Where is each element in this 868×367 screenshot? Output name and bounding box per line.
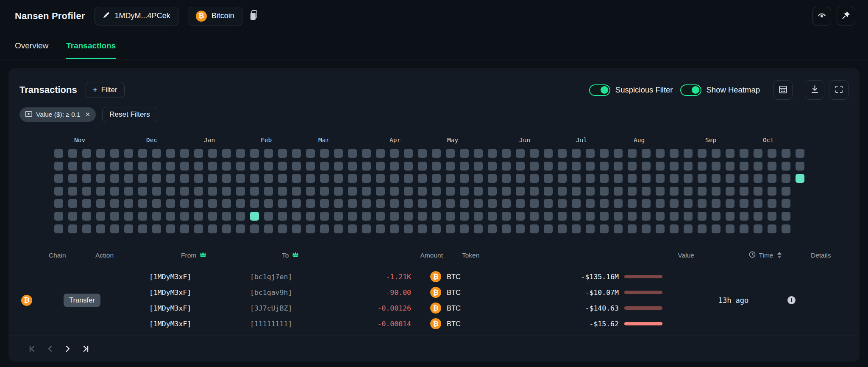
heatmap-cell[interactable]	[432, 174, 441, 183]
heatmap-cell[interactable]	[446, 212, 455, 221]
heatmap-cell[interactable]	[138, 199, 147, 208]
heatmap-cell[interactable]	[698, 174, 707, 183]
heatmap-cell[interactable]	[222, 212, 231, 221]
heatmap-cell[interactable]	[166, 149, 175, 158]
date-range-button[interactable]	[773, 80, 793, 100]
heatmap-cell[interactable]	[502, 174, 511, 183]
heatmap-cell[interactable]	[96, 149, 105, 158]
heatmap-cell[interactable]	[460, 212, 469, 221]
heatmap-cell[interactable]	[348, 149, 357, 158]
heatmap-cell[interactable]	[278, 174, 287, 183]
heatmap-cell[interactable]	[306, 212, 315, 221]
heatmap-cell[interactable]	[180, 212, 189, 221]
heatmap-cell[interactable]	[236, 174, 245, 183]
heatmap-cell[interactable]	[334, 199, 343, 208]
heatmap-cell[interactable]	[250, 149, 259, 158]
heatmap-cell[interactable]	[740, 224, 748, 233]
heatmap-cell[interactable]	[698, 199, 707, 208]
heatmap-cell[interactable]	[152, 162, 161, 171]
heatmap-cell[interactable]	[586, 162, 595, 171]
heatmap-cell[interactable]	[712, 224, 721, 233]
heatmap-cell[interactable]	[264, 199, 273, 208]
heatmap-cell[interactable]	[292, 174, 301, 183]
heatmap-cell[interactable]	[124, 162, 133, 171]
heatmap-cell[interactable]	[670, 187, 679, 196]
heatmap-cell[interactable]	[138, 149, 147, 158]
heatmap-cell[interactable]	[376, 174, 385, 183]
from-address[interactable]: [1MDyM3xF]	[141, 285, 242, 300]
heatmap-cell[interactable]	[138, 212, 147, 221]
heatmap-cell[interactable]	[628, 149, 637, 158]
heatmap-cell[interactable]	[54, 162, 63, 171]
heatmap-cell[interactable]	[544, 199, 553, 208]
heatmap-cell[interactable]	[152, 199, 161, 208]
heatmap-cell[interactable]	[460, 162, 469, 171]
heatmap-cell[interactable]	[460, 187, 469, 196]
heatmap-cell[interactable]	[390, 224, 399, 233]
heatmap-cell[interactable]	[726, 199, 734, 208]
heatmap-cell[interactable]	[502, 162, 511, 171]
heatmap-cell[interactable]	[586, 149, 595, 158]
heatmap-cell[interactable]	[278, 212, 287, 221]
heatmap-cell[interactable]	[474, 149, 483, 158]
network-chip[interactable]: ₿ Bitcoin	[188, 7, 242, 25]
heatmap-cell[interactable]	[432, 187, 441, 196]
heatmap-cell[interactable]	[124, 224, 133, 233]
heatmap-cell[interactable]	[670, 199, 679, 208]
heatmap-cell[interactable]	[740, 212, 748, 221]
heatmap-cell[interactable]	[222, 149, 231, 158]
heatmap-cell[interactable]	[180, 174, 189, 183]
heatmap-cell[interactable]	[166, 162, 175, 171]
heatmap-cell[interactable]	[530, 187, 539, 196]
heatmap-cell[interactable]	[558, 199, 567, 208]
heatmap-cell[interactable]	[754, 199, 762, 208]
heatmap-cell[interactable]	[320, 174, 329, 183]
heatmap-cell[interactable]	[208, 199, 217, 208]
heatmap-cell[interactable]	[460, 149, 469, 158]
heatmap-cell[interactable]	[558, 174, 567, 183]
heatmap-cell[interactable]	[502, 212, 511, 221]
heatmap-cell[interactable]	[600, 212, 609, 221]
heatmap-cell[interactable]	[712, 212, 721, 221]
heatmap-cell[interactable]	[362, 174, 371, 183]
heatmap-cell[interactable]	[110, 149, 119, 158]
heatmap-cell[interactable]	[754, 224, 762, 233]
heatmap-cell[interactable]	[516, 187, 525, 196]
heatmap-cell[interactable]	[516, 199, 525, 208]
heatmap-cell[interactable]	[502, 199, 511, 208]
heatmap-cell[interactable]	[558, 149, 567, 158]
heatmap-cell[interactable]	[474, 162, 483, 171]
heatmap-cell[interactable]	[628, 174, 637, 183]
heatmap-cell[interactable]	[334, 149, 343, 158]
heatmap-cell[interactable]	[572, 224, 581, 233]
heatmap-cell[interactable]	[684, 224, 693, 233]
heatmap-cell[interactable]	[628, 199, 637, 208]
heatmap-cell[interactable]	[320, 162, 329, 171]
heatmap-cell[interactable]	[404, 162, 413, 171]
heatmap-cell[interactable]	[194, 199, 203, 208]
heatmap-cell[interactable]	[656, 162, 665, 171]
heatmap-cell[interactable]	[614, 224, 623, 233]
heatmap-cell[interactable]	[446, 224, 455, 233]
heatmap-cell[interactable]	[264, 162, 273, 171]
heatmap-cell[interactable]	[768, 174, 776, 183]
heatmap-cell[interactable]	[656, 149, 665, 158]
heatmap-cell[interactable]	[544, 187, 553, 196]
heatmap-cell[interactable]	[236, 224, 245, 233]
heatmap-cell[interactable]	[656, 187, 665, 196]
heatmap-cell[interactable]	[222, 187, 231, 196]
heatmap-cell[interactable]	[306, 162, 315, 171]
heatmap-cell[interactable]	[96, 174, 105, 183]
heatmap-cell[interactable]	[404, 199, 413, 208]
heatmap-cell[interactable]	[376, 212, 385, 221]
heatmap-cell[interactable]	[614, 162, 623, 171]
heatmap-cell[interactable]	[124, 149, 133, 158]
heatmap-cell[interactable]	[712, 199, 721, 208]
heatmap-cell[interactable]	[180, 149, 189, 158]
heatmap-cell[interactable]	[54, 187, 63, 196]
address-chip[interactable]: 1MDyM...4PCek	[95, 7, 178, 25]
heatmap-cell[interactable]	[628, 212, 637, 221]
heatmap-cell[interactable]	[292, 149, 301, 158]
heatmap-cell[interactable]	[726, 149, 734, 158]
heatmap-cell[interactable]	[586, 187, 595, 196]
